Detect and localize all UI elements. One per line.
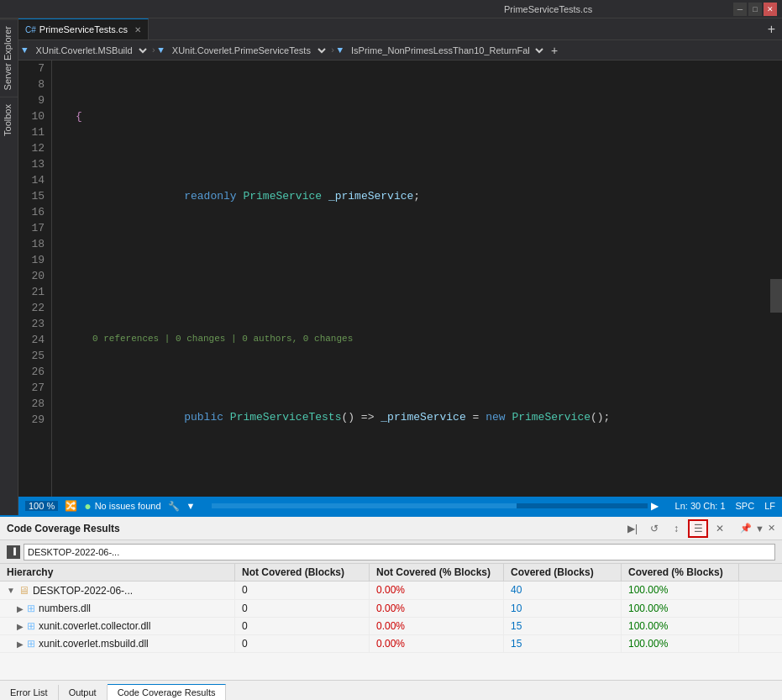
title-bar: PrimeServiceTests.cs ─ □ ✕ bbox=[0, 0, 782, 18]
line-ending-indicator: LF bbox=[764, 501, 775, 511]
window-controls: ─ □ ✕ bbox=[733, 3, 782, 16]
vertical-scrollbar[interactable] bbox=[770, 61, 782, 497]
breadcrumb-bar: ▼ XUnit.Coverlet.MSBuild › ▼ XUnit.Cover… bbox=[18, 40, 782, 61]
code-line-11 bbox=[59, 489, 764, 497]
tab-code-coverage[interactable]: Code Coverage Results bbox=[108, 684, 227, 700]
breadcrumb-1: ▼ XUnit.Coverlet.MSBuild bbox=[22, 42, 150, 59]
maximize-button[interactable]: □ bbox=[748, 3, 762, 16]
h-scrollbar-track[interactable] bbox=[212, 503, 647, 508]
table-row: ▶ ⊞ numbers.dll 0 0.00% 10 100.00% bbox=[0, 600, 782, 618]
close-panel-button[interactable]: ✕ bbox=[710, 519, 730, 538]
covered-blocks-4: 15 bbox=[504, 635, 622, 652]
server-explorer-tab[interactable]: Server Explorer bbox=[0, 18, 18, 97]
tab-close-icon[interactable]: ✕ bbox=[134, 25, 141, 34]
table-row: ▶ ⊞ xunit.coverlet.collector.dll 0 0.00%… bbox=[0, 618, 782, 635]
folder-icon-1: 🖥 bbox=[18, 584, 29, 597]
covered-pct-1: 100.00% bbox=[622, 582, 739, 599]
expand-arrow-1[interactable]: ▼ bbox=[7, 586, 15, 595]
cursor-position: Ln: 30 Ch: 1 bbox=[675, 501, 726, 511]
no-issues-text: No issues found bbox=[95, 501, 161, 511]
col-covered-blocks: Covered (Blocks) bbox=[504, 564, 622, 581]
code-editor[interactable]: 7 8 9 10 11 12 13 14 15 16 17 18 19 20 2… bbox=[18, 61, 770, 497]
refresh-button[interactable]: ↺ bbox=[644, 519, 664, 538]
editor-container: C# PrimeServiceTests.cs ✕ + ▼ XUnit.Cove… bbox=[18, 18, 782, 515]
not-covered-pct-3: 0.00% bbox=[370, 618, 504, 634]
bc-sep-1: › bbox=[151, 45, 157, 55]
side-panel: Server Explorer Toolbox bbox=[0, 18, 18, 515]
table-row: ▶ ⊞ xunit.coverlet.msbuild.dll 0 0.00% 1… bbox=[0, 635, 782, 653]
expand-arrow-4[interactable]: ▶ bbox=[17, 639, 24, 649]
row-name-4: xunit.coverlet.msbuild.dll bbox=[39, 638, 149, 650]
status-left: 100 % 🔀 ● No issues found 🔧 ▼ bbox=[25, 499, 195, 513]
dll-icon-3: ⊞ bbox=[27, 620, 35, 632]
git-icon: 🔀 bbox=[65, 500, 77, 512]
covered-blocks-1: 40 bbox=[504, 582, 622, 599]
bottom-panel: Code Coverage Results ▶| ↺ ↕ ☰ ✕ 📌 ▼ ✕ ▐… bbox=[0, 515, 782, 700]
hint-line-10: 0 references | 0 changes | 0 authors, 0 … bbox=[59, 332, 764, 345]
run-coverage-button[interactable]: ▶| bbox=[622, 519, 643, 538]
not-covered-blocks-2: 0 bbox=[235, 600, 370, 617]
encoding-indicator: SPC bbox=[736, 501, 755, 511]
zoom-level[interactable]: 100 % bbox=[25, 501, 58, 511]
tab-error-list[interactable]: Error List bbox=[0, 685, 59, 700]
hierarchy-cell-2: ▶ ⊞ numbers.dll bbox=[0, 600, 235, 617]
input-icon: ▐ bbox=[7, 545, 20, 559]
minimize-button[interactable]: ─ bbox=[733, 3, 747, 16]
code-line-7: { bbox=[59, 108, 764, 124]
show-table-button[interactable]: ☰ bbox=[688, 519, 708, 538]
panel-collapse-button[interactable]: ▼ bbox=[755, 524, 764, 534]
breadcrumb-select-3[interactable]: IsPrime_NonPrimesLessThan10_ReturnFalse(… bbox=[344, 42, 546, 59]
tab-filename: PrimeServiceTests.cs bbox=[39, 24, 128, 34]
breadcrumb-add-button[interactable]: + bbox=[548, 44, 561, 57]
hierarchy-cell-1: ▼ 🖥 DESKTOP-2022-06-... bbox=[0, 582, 235, 599]
hierarchy-cell-4: ▶ ⊞ xunit.coverlet.msbuild.dll bbox=[0, 635, 235, 652]
dropdown-arrow[interactable]: ▼ bbox=[186, 501, 196, 511]
active-tab[interactable]: C# PrimeServiceTests.cs ✕ bbox=[18, 18, 149, 39]
not-covered-pct-4: 0.00% bbox=[370, 635, 504, 652]
active-file-title: PrimeServiceTests.cs bbox=[0, 4, 733, 14]
bc3-icon: ▼ bbox=[337, 45, 343, 55]
bc-sep-2: › bbox=[330, 45, 336, 55]
expand-arrow-3[interactable]: ▶ bbox=[17, 622, 24, 631]
no-issues-indicator: ● No issues found bbox=[84, 499, 160, 513]
col-hierarchy: Hierarchy bbox=[0, 564, 235, 581]
coverage-table[interactable]: Hierarchy Not Covered (Blocks) Not Cover… bbox=[0, 564, 782, 680]
main-container: Server Explorer Toolbox C# PrimeServiceT… bbox=[0, 18, 782, 515]
toolbox-tab[interactable]: Toolbox bbox=[0, 97, 18, 143]
covered-blocks-2: 10 bbox=[504, 600, 622, 617]
breadcrumb-3: ▼ IsPrime_NonPrimesLessThan10_ReturnFals… bbox=[337, 42, 546, 59]
covered-pct-3: 100.00% bbox=[622, 618, 739, 634]
tab-output[interactable]: Output bbox=[59, 685, 108, 700]
scroll-right-arrow[interactable]: ▶ bbox=[651, 500, 659, 512]
tab-bar: C# PrimeServiceTests.cs ✕ + bbox=[18, 18, 782, 40]
expand-arrow-2[interactable]: ▶ bbox=[17, 604, 24, 613]
editor-scroll-area: 7 8 9 10 11 12 13 14 15 16 17 18 19 20 2… bbox=[18, 61, 782, 497]
bc2-icon: ▼ bbox=[158, 45, 164, 55]
not-covered-pct-1: 0.00% bbox=[370, 582, 504, 599]
panel-title-bar: Code Coverage Results ▶| ↺ ↕ ☰ ✕ 📌 ▼ ✕ bbox=[0, 517, 782, 540]
code-content: { readonly PrimeService _primeService; 0… bbox=[52, 61, 770, 497]
not-covered-blocks-1: 0 bbox=[235, 582, 370, 599]
covered-blocks-3: 15 bbox=[504, 618, 622, 634]
code-line-10: public PrimeServiceTests() => _primeServ… bbox=[59, 393, 764, 441]
panel-title: Code Coverage Results bbox=[7, 523, 616, 534]
panel-close-x[interactable]: ✕ bbox=[768, 523, 775, 534]
not-covered-blocks-4: 0 bbox=[235, 635, 370, 652]
bottom-tab-bar: Error List Output Code Coverage Results bbox=[0, 680, 782, 700]
panel-toolbar: ▶| ↺ ↕ ☰ ✕ bbox=[622, 519, 730, 538]
close-button[interactable]: ✕ bbox=[764, 3, 777, 16]
table-row: ▼ 🖥 DESKTOP-2022-06-... 0 0.00% 40 100.0… bbox=[0, 582, 782, 600]
breadcrumb-select-1[interactable]: XUnit.Coverlet.MSBuild bbox=[29, 42, 150, 59]
panel-input-row: ▐ bbox=[0, 540, 782, 564]
coverage-input[interactable] bbox=[24, 544, 775, 561]
breadcrumb-select-2[interactable]: XUnit.Coverlet.PrimeServiceTests bbox=[165, 42, 328, 59]
pin-button[interactable]: 📌 bbox=[740, 523, 752, 534]
bc1-icon: ▼ bbox=[22, 45, 28, 55]
row-name-1: DESKTOP-2022-06-... bbox=[33, 585, 133, 597]
expand-collapse-button[interactable]: ↕ bbox=[666, 519, 686, 538]
table-header: Hierarchy Not Covered (Blocks) Not Cover… bbox=[0, 564, 782, 582]
scrollbar-thumb bbox=[770, 279, 782, 313]
dll-icon-2: ⊞ bbox=[27, 603, 35, 614]
row-name-2: numbers.dll bbox=[39, 603, 91, 614]
new-tab-button[interactable]: + bbox=[764, 22, 779, 37]
